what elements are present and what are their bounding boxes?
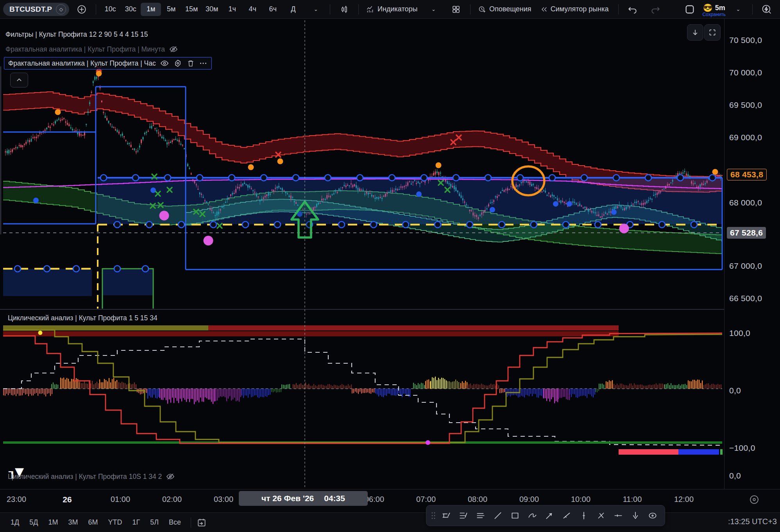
range-button-5Д[interactable]: 5Д (25, 516, 42, 529)
legend-fractal-hour-label: Фрактальная аналитика | Культ Профита | … (8, 59, 156, 68)
hidden-pane-legend[interactable]: Циклический анализ | Культ Профита 10S 1… (8, 472, 175, 481)
range-button-YTD[interactable]: YTD (104, 516, 126, 529)
crosshair-date-tooltip: чт 26 Фев '26 04:35 (239, 491, 368, 506)
arrow-down-tool-icon[interactable] (627, 507, 644, 524)
eye-off-icon[interactable] (166, 472, 175, 481)
price-tick-label: 69 000,0 (729, 133, 762, 142)
range-button-Все[interactable]: Все (165, 516, 185, 529)
toolbar-separator (191, 518, 191, 528)
time-tick-label: 08:00 (468, 495, 487, 504)
time-tick-label: 01:00 (111, 495, 130, 504)
price-tick-label: 66 500,0 (729, 294, 762, 303)
vertical-line-tool-icon[interactable] (576, 507, 592, 524)
oscillator-tick-label: 100,0 (729, 328, 750, 338)
legend-filters[interactable]: Фильтры | Культ Профита 12 2 90 5 4 4 15… (5, 30, 148, 39)
delete-trash-icon[interactable] (186, 59, 195, 68)
last-price-label: 68 453,8 (727, 169, 767, 180)
range-button-5Л[interactable]: 5Л (146, 516, 163, 529)
pattern-tool-icon[interactable] (438, 507, 454, 524)
more-options-icon[interactable] (199, 59, 208, 68)
time-tick-label: 10:00 (571, 495, 590, 504)
time-tick-label: 02:00 (162, 495, 182, 504)
crosshair-time: 04:35 (324, 494, 345, 503)
trend-line-tool-icon[interactable] (490, 507, 506, 524)
range-group: 1Д5Д1М3М6МYTD1Г5ЛВсе (6, 516, 185, 529)
rectangle-tool-icon[interactable] (507, 507, 523, 524)
legend-fractal-hour[interactable]: Фрактальная аналитика | Культ Профита | … (4, 57, 212, 70)
eye-icon[interactable] (160, 59, 169, 68)
oscillator-tick-label: 0,0 (729, 386, 741, 395)
range-button-1Г[interactable]: 1Г (128, 516, 144, 529)
tradingview-window: BTCUSDT.P ◇ 10с30с1м5м15м30м1ч4ч6чД ⌄ Ин… (0, 0, 780, 532)
legend-fractal-minute[interactable]: Фрактальная аналитика | Культ Профита | … (5, 45, 178, 54)
price-tick-label: 70 500,0 (729, 36, 762, 45)
parallel-channel-tool-icon[interactable] (472, 507, 489, 524)
time-tick-label: 11:00 (623, 495, 642, 504)
time-axis-settings-icon[interactable] (749, 494, 760, 505)
maximize-pane-button[interactable] (704, 24, 721, 41)
lower-pane-legend-label: Циклический анализ | Культ Профита 1 5 1… (8, 314, 157, 322)
clock-label[interactable]: :13:25 UTC+3 (728, 517, 777, 526)
brush-tool-icon[interactable] (524, 507, 540, 524)
eye-off-icon[interactable] (169, 45, 178, 54)
time-tick-label: 07:00 (416, 495, 436, 504)
multi-point-pattern-tool-icon[interactable] (455, 507, 472, 524)
price-tick-label: 70 000,0 (729, 68, 762, 77)
go-to-date-icon[interactable] (197, 518, 207, 528)
cross-line-tool-icon[interactable] (593, 507, 609, 524)
price-axis[interactable]: 70 500,070 000,069 500,069 000,068 000,0… (724, 19, 780, 489)
ellipse-tool-icon[interactable] (644, 507, 661, 524)
hidden-pane-legend-label: Циклический анализ | Культ Профита 10S 1… (8, 473, 162, 481)
scroll-to-price-button[interactable] (687, 24, 703, 41)
legend-fractal-minute-label: Фрактальная аналитика | Культ Профита | … (5, 45, 165, 54)
settings-gear-icon[interactable] (173, 59, 182, 68)
price-tick-label: 67 000,0 (729, 261, 762, 271)
range-button-3М[interactable]: 3М (64, 516, 82, 529)
arrow-marker-tool-icon[interactable] (541, 507, 558, 524)
ray-tool-icon[interactable] (558, 507, 575, 524)
oscillator-tick-label: −100,0 (729, 443, 755, 453)
time-tick-label: 12:00 (674, 495, 694, 504)
floating-draw-toolbar (426, 505, 665, 526)
level-price-label: 67 528,6 (727, 227, 766, 239)
time-tick-label: 03:00 (214, 495, 233, 504)
range-button-1Д[interactable]: 1Д (6, 516, 23, 529)
range-button-6М[interactable]: 6М (84, 516, 102, 529)
toolbar-drag-handle[interactable] (429, 507, 437, 524)
range-button-1М[interactable]: 1М (44, 516, 62, 529)
collapse-legend-button[interactable] (10, 73, 28, 87)
price-tick-label: 68 000,0 (729, 198, 762, 207)
price-tick-label: 69 500,0 (729, 100, 762, 110)
horizontal-ray-tool-icon[interactable] (610, 507, 626, 524)
lower-pane-legend[interactable]: Циклический анализ | Культ Профита 1 5 1… (8, 314, 157, 322)
legend-filters-label: Фильтры | Культ Профита 12 2 90 5 4 4 15… (5, 30, 148, 39)
time-tick-label: 26 (63, 495, 72, 504)
crosshair-date: чт 26 Фев '26 (261, 494, 314, 503)
oscillator-tick-label: 0,0 (729, 471, 741, 480)
time-tick-label: 23:00 (7, 495, 26, 504)
price-chart-canvas[interactable] (0, 0, 780, 532)
time-tick-label: 09:00 (519, 495, 539, 504)
